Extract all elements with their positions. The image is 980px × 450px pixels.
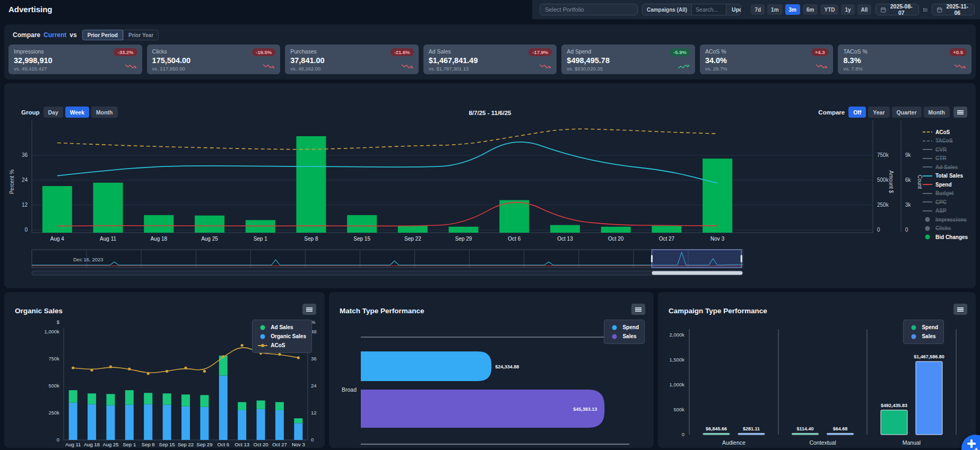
legend-label: Ad Sales (935, 164, 958, 170)
legend-label: ASP (935, 208, 947, 214)
navigator-selection (652, 250, 741, 268)
legend-item-tacos[interactable]: TACoS (923, 137, 972, 146)
compare-option-prior-year[interactable]: Prior Year (123, 30, 159, 40)
legend-item-spend[interactable]: Spend (923, 180, 972, 189)
timeline-navigator[interactable]: Dec 16, 2023 (4, 248, 976, 279)
legend-label: CVR (935, 147, 947, 153)
bid-changes-bar (652, 226, 681, 233)
svg-text:$45,383.13: $45,383.13 (573, 407, 597, 412)
organic-sales-panel: Organic Sales Ad SalesOrganic SalesACoS … (4, 292, 325, 448)
kpi-card-tacos: TACoS %+0.58.3%vs. 7.8% (838, 45, 972, 74)
kpi-change-badge: -21.6% (391, 48, 414, 56)
legend-item-spend[interactable]: Spend (909, 323, 938, 332)
kpi-value: 34.0% (705, 56, 828, 65)
compare-option-prior-period[interactable]: Prior Period (82, 30, 123, 40)
legend-item-cvr[interactable]: CVR (923, 145, 972, 154)
dash-swatch-icon (923, 129, 932, 135)
legend-item-ad-sales[interactable]: Ad Sales (258, 323, 306, 332)
legend-item-sales[interactable]: Sales (909, 332, 938, 341)
svg-text:1,500k: 1,500k (669, 357, 684, 363)
main-chart-menu-button[interactable] (953, 107, 967, 118)
range-button-all[interactable]: All (857, 4, 872, 15)
legend-item-clicks[interactable]: Clicks (923, 224, 972, 233)
svg-text:Oct 27: Oct 27 (659, 236, 675, 242)
ad-sales-bar (238, 402, 246, 410)
svg-text:750k: 750k (48, 356, 59, 361)
sales-bar (916, 361, 942, 435)
svg-text:Count: Count (917, 175, 923, 189)
spend-bar (703, 434, 730, 435)
svg-text:Aug 4: Aug 4 (50, 236, 65, 242)
spend-bar (361, 351, 491, 381)
kpi-card-purchases: Purchases-21.6%37,841.00vs. 48,262.00 (285, 45, 419, 74)
legend-item-acos[interactable]: ACoS (258, 341, 306, 350)
sparkline-down-icon (263, 62, 275, 72)
dot-swatch-icon (909, 325, 918, 330)
legend-item-ad-sales[interactable]: Ad Sales (923, 163, 972, 172)
svg-text:Oct 6: Oct 6 (217, 442, 229, 447)
legend-item-spend[interactable]: Spend (610, 323, 639, 332)
chart-compare-label: Compare (818, 109, 845, 116)
range-button-1m[interactable]: 1m (767, 4, 782, 15)
legend-label: CPC (935, 199, 947, 205)
line-swatch-icon (923, 182, 932, 187)
svg-text:12: 12 (22, 202, 28, 208)
svg-text:Sep 1: Sep 1 (254, 236, 268, 242)
kpi-card-clicks: Clicks-19.5%175,504.00vs. 217,950.00 (147, 45, 281, 74)
kpi-card-impressions: Impressions-33.2%32,998,910vs. 49,415,42… (8, 45, 142, 74)
date-from-button[interactable]: 2025-08-07 (875, 4, 918, 15)
range-buttons: 7d1m3m6mYTD1yAll (751, 4, 871, 15)
organic-sales-bar (106, 405, 115, 440)
legend-item-sales[interactable]: Sales (610, 332, 639, 341)
svg-text:36: 36 (311, 356, 317, 361)
compare-bar: Compare Current vs Prior PeriodPrior Yea… (13, 30, 159, 40)
legend-item-ctr[interactable]: CTR (923, 154, 972, 163)
svg-text:Sep 29: Sep 29 (196, 442, 212, 447)
legend-item-acos[interactable]: ACoS (923, 128, 972, 137)
update-button[interactable]: Update (726, 4, 741, 15)
compare-option-off[interactable]: Off (848, 107, 866, 118)
compare-option-quarter[interactable]: Quarter (892, 107, 922, 118)
svg-text:$6,845.66: $6,845.66 (706, 426, 727, 431)
bid-changes-bar (93, 183, 123, 233)
match-type-legend: SpendSales (604, 320, 645, 344)
legend-item-organic-sales[interactable]: Organic Sales (258, 332, 306, 341)
legend-item-impressions[interactable]: Impressions (923, 215, 972, 224)
legend-item-bid-changes[interactable]: Bid Changes (923, 233, 972, 242)
organic-sales-bar (219, 376, 228, 440)
legend-label: Ad Sales (271, 324, 293, 330)
campaigns-dropdown[interactable]: Campaigns (All) (643, 7, 691, 13)
range-button-ytd[interactable]: YTD (820, 4, 838, 15)
svg-text:24: 24 (311, 383, 317, 389)
range-button-6m[interactable]: 6m (803, 4, 818, 15)
dot-swatch-icon (258, 334, 267, 339)
portfolio-select[interactable] (540, 4, 638, 15)
legend-item-asp[interactable]: ASP (923, 207, 972, 216)
compare-option-month[interactable]: Month (924, 107, 950, 118)
date-to-value: 2025-11-06 (946, 3, 969, 16)
range-button-1y[interactable]: 1y (841, 4, 854, 15)
header-toolbar: Campaigns (All) Update 7d1m3m6mYTD1yAll … (532, 0, 980, 19)
svg-text:Audience: Audience (722, 439, 745, 446)
organic-sales-bar (275, 410, 284, 440)
svg-text:Oct 20: Oct 20 (254, 442, 268, 447)
legend-item-total-sales[interactable]: Total Sales (923, 172, 972, 181)
legend-label: Total Sales (935, 173, 963, 179)
acos-line (57, 129, 717, 149)
legend-item-budget[interactable]: Budget (923, 189, 972, 198)
range-button-3m[interactable]: 3m (785, 4, 800, 15)
svg-text:2,000k: 2,000k (669, 332, 684, 338)
organic-sales-bar (257, 409, 265, 440)
compare-option-year[interactable]: Year (868, 107, 889, 118)
svg-text:Aug 11: Aug 11 (65, 442, 81, 447)
navigator-selection-handle (741, 255, 742, 262)
bid-changes-bar (703, 158, 732, 233)
campaign-search-input[interactable] (691, 4, 726, 15)
legend-item-cpc[interactable]: CPC (923, 198, 972, 207)
date-to-button[interactable]: 2025-11-06 (932, 4, 975, 15)
dot-swatch-icon (923, 226, 932, 231)
kpi-prior-value: vs. 217,950.00 (152, 66, 275, 72)
svg-text:Oct 13: Oct 13 (235, 442, 249, 447)
organic-sales-bar (238, 410, 246, 440)
range-button-7d[interactable]: 7d (751, 4, 765, 15)
